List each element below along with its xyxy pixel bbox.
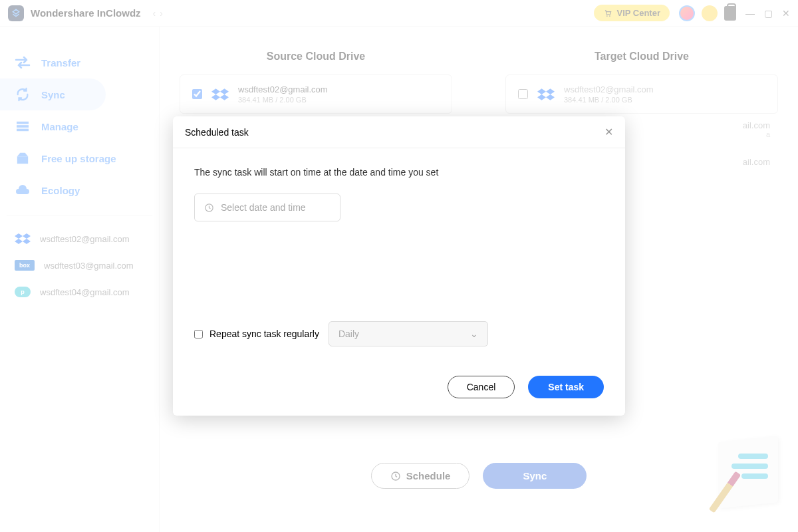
chevron-down-icon: ⌄ <box>470 329 478 339</box>
clock-icon <box>204 203 214 213</box>
modal-close-icon[interactable]: ✕ <box>604 126 613 138</box>
repeat-select[interactable]: Daily ⌄ <box>329 321 488 346</box>
modal-description: The sync task will start on time at the … <box>194 167 604 178</box>
set-task-button[interactable]: Set task <box>528 376 604 398</box>
datetime-input[interactable]: Select date and time <box>194 194 340 221</box>
modal-title: Scheduled task <box>185 127 249 138</box>
datetime-placeholder: Select date and time <box>221 202 306 213</box>
repeat-checkbox-label[interactable]: Repeat sync task regularly <box>194 329 319 339</box>
scheduled-task-modal: Scheduled task ✕ The sync task will star… <box>173 116 625 416</box>
repeat-checkbox[interactable] <box>194 330 203 338</box>
cancel-button[interactable]: Cancel <box>448 376 515 398</box>
